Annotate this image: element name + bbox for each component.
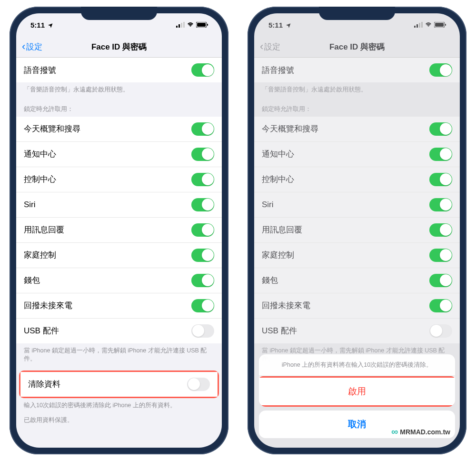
toggle[interactable] (191, 249, 214, 262)
protection-footer: 已啟用資料保護。 (16, 413, 222, 428)
wifi-icon (187, 21, 194, 29)
voice-footer: 「音樂語音控制」永遠處於啟用狀態。 (16, 82, 222, 98)
toggle (429, 173, 452, 186)
nav-title: Face ID 與密碼 (91, 41, 147, 52)
row-siri: Siri (254, 192, 460, 218)
toggle[interactable] (191, 274, 214, 287)
toggle[interactable] (191, 173, 214, 186)
row-voice-dial[interactable]: 語音撥號 (16, 58, 222, 82)
wifi-icon (425, 21, 432, 29)
svg-rect-10 (421, 22, 423, 28)
row-today-view: 今天概覽和搜尋 (254, 117, 460, 142)
svg-rect-13 (445, 24, 446, 26)
row-notification-center: 通知中心 (16, 142, 222, 167)
screen-left: 5:11 ➤ ‹ 設定 Face ID 與密碼 (16, 13, 222, 448)
toggle[interactable] (191, 223, 214, 237)
watermark-text: MRMAD.com.tw (400, 428, 450, 436)
row-return-calls: 回撥未接來電 (254, 293, 460, 319)
svg-rect-8 (416, 24, 418, 28)
toggle (429, 198, 452, 211)
erase-footer: 輸入10次錯誤的密碼後將清除此 iPhone 上的所有資料。 (16, 398, 222, 413)
row-home-control: 家庭控制 (254, 243, 460, 268)
row-home-control: 家庭控制 (16, 243, 222, 268)
highlight-enable-button: 啟用 (259, 376, 455, 407)
back-button[interactable]: ‹ 設定 (22, 40, 42, 53)
svg-rect-1 (178, 24, 180, 28)
row-erase-data[interactable]: 清除資料 (20, 372, 218, 397)
svg-rect-2 (181, 23, 182, 28)
settings-content[interactable]: 語音撥號 「音樂語音控制」永遠處於啟用狀態。 鎖定時允許取用： 今天概覽和搜尋 … (16, 58, 222, 448)
lock-header: 鎖定時允許取用： (16, 98, 222, 117)
chevron-left-icon: ‹ (260, 40, 263, 53)
row-return-calls: 回撥未接來電 (16, 293, 222, 319)
row-notification-center: 通知中心 (254, 142, 460, 167)
row-today-view: 今天概覽和搜尋 (16, 117, 222, 142)
toggle (429, 274, 452, 287)
infinity-icon: ∞ (391, 426, 398, 437)
row-wallet: 錢包 (16, 268, 222, 293)
svg-rect-0 (176, 26, 178, 28)
phone-right: 5:11 ➤ ‹ 設定 Face ID 與密碼 (248, 7, 466, 454)
row-voice-dial: 語音撥號 (254, 58, 460, 82)
chevron-left-icon: ‹ (22, 40, 25, 53)
toggle (429, 299, 452, 312)
svg-rect-12 (435, 23, 444, 27)
signal-icon (176, 21, 185, 29)
row-control-center: 控制中心 (254, 167, 460, 192)
svg-rect-5 (197, 23, 206, 27)
highlight-erase-row: 清除資料 (19, 371, 219, 398)
sheet-message: iPhone 上的所有資料將在輸入10次錯誤的密碼後清除。 (259, 354, 455, 376)
nav-bar: ‹ 設定 Face ID 與密碼 (254, 36, 460, 58)
toggle (429, 148, 452, 161)
location-icon: ➤ (285, 20, 293, 29)
battery-icon (434, 21, 446, 29)
toggle-erase[interactable] (187, 378, 210, 391)
toggle[interactable] (191, 299, 214, 312)
lock-access-group: 今天概覽和搜尋 通知中心 控制中心 Siri 用訊息回覆 家庭控制 錢包 回撥未… (16, 117, 222, 343)
voice-footer: 「音樂語音控制」永遠處於啟用狀態。 (254, 82, 460, 98)
svg-rect-6 (207, 24, 208, 26)
svg-rect-3 (183, 22, 185, 28)
toggle (429, 249, 452, 262)
row-siri: Siri (16, 192, 222, 218)
toggle (429, 63, 452, 77)
usb-footer: 當 iPhone 鎖定超過一小時，需先解鎖 iPhone 才能允許連接 USB … (16, 343, 222, 367)
back-button: ‹ 設定 (260, 40, 280, 53)
status-time: 5:11 (30, 21, 45, 29)
back-label: 設定 (264, 41, 280, 52)
row-label: 清除資料 (28, 379, 60, 390)
row-usb-accessories: USB 配件 (16, 319, 222, 343)
lock-header: 鎖定時允許取用： (254, 98, 460, 117)
screen-right: 5:11 ➤ ‹ 設定 Face ID 與密碼 (254, 13, 460, 448)
sheet-group: iPhone 上的所有資料將在輸入10次錯誤的密碼後清除。 啟用 (259, 354, 455, 407)
toggle-voice-dial[interactable] (191, 63, 214, 77)
toggle[interactable] (191, 198, 214, 211)
back-label: 設定 (26, 41, 42, 52)
toggle (429, 122, 452, 136)
phone-left: 5:11 ➤ ‹ 設定 Face ID 與密碼 (10, 7, 228, 454)
toggle (429, 223, 452, 237)
nav-title: Face ID 與密碼 (329, 41, 385, 52)
row-reply-message: 用訊息回覆 (16, 218, 222, 243)
location-icon: ➤ (47, 20, 55, 29)
enable-button[interactable]: 啟用 (259, 378, 455, 405)
row-reply-message: 用訊息回覆 (254, 218, 460, 243)
svg-rect-9 (419, 23, 420, 28)
row-control-center: 控制中心 (16, 167, 222, 192)
notch (81, 7, 157, 20)
notch (319, 7, 395, 20)
lock-access-group: 今天概覽和搜尋 通知中心 控制中心 Siri 用訊息回覆 家庭控制 錢包 回撥未… (254, 117, 460, 343)
toggle[interactable] (191, 324, 214, 338)
nav-bar: ‹ 設定 Face ID 與密碼 (16, 36, 222, 58)
toggle (429, 324, 452, 338)
svg-rect-7 (414, 26, 416, 28)
row-wallet: 錢包 (254, 268, 460, 293)
watermark: ∞ MRMAD.com.tw (391, 426, 450, 437)
row-usb-accessories: USB 配件 (254, 319, 460, 343)
signal-icon (414, 21, 423, 29)
row-label: 語音撥號 (24, 65, 56, 76)
toggle[interactable] (191, 148, 214, 161)
toggle[interactable] (191, 122, 214, 136)
battery-icon (196, 21, 208, 29)
status-time: 5:11 (268, 21, 283, 29)
